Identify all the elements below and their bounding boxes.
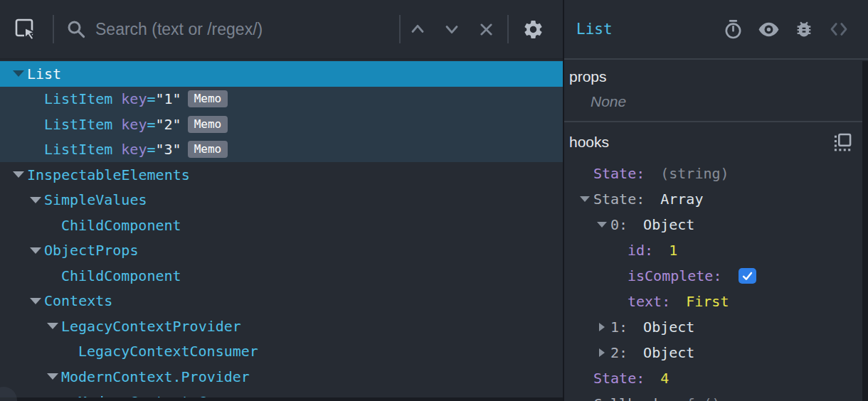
component-name: ChildComponent bbox=[61, 267, 181, 284]
tree-row-listitem[interactable]: ListItemkey="3"Memo bbox=[0, 137, 563, 163]
parse-hook-names-icon bbox=[832, 132, 852, 152]
selected-element-pane: List bbox=[564, 0, 868, 401]
expand-arrow-down-icon[interactable] bbox=[30, 197, 41, 203]
tree-row-simplevalues[interactable]: SimpleValues bbox=[0, 188, 563, 213]
expand-arrow-down-icon[interactable] bbox=[580, 196, 590, 202]
key-attribute-name: key bbox=[121, 90, 147, 107]
hook-value: f () bbox=[686, 395, 720, 401]
hooks-tree: State:(string)State:Array0:Objectid:1isC… bbox=[564, 161, 868, 401]
expand-arrow-down-icon[interactable] bbox=[30, 298, 41, 304]
component-name: List bbox=[27, 65, 61, 82]
check-icon bbox=[741, 271, 753, 282]
hook-name: isComplete: bbox=[628, 267, 721, 284]
hook-row-1[interactable]: 1:Object bbox=[564, 314, 868, 340]
key-attribute-name: key bbox=[121, 141, 147, 158]
component-name: ModernContext.Provider bbox=[61, 368, 250, 385]
search-input[interactable] bbox=[94, 19, 389, 40]
hook-name: State: bbox=[593, 165, 645, 182]
tree-row-objectprops[interactable]: ObjectProps bbox=[0, 238, 563, 264]
key-attribute: key="3" bbox=[121, 141, 181, 158]
hook-name: 0: bbox=[610, 216, 628, 233]
hook-row-id[interactable]: id:1 bbox=[564, 237, 868, 263]
components-tree-pane: ListListItemkey="1"MemoListItemkey="2"Me… bbox=[0, 0, 563, 401]
horizontal-scrollbar[interactable] bbox=[0, 397, 563, 401]
hook-value: Array bbox=[660, 191, 703, 208]
hook-row-iscomplete[interactable]: isComplete: bbox=[564, 263, 868, 289]
tree-row-inspectableelements[interactable]: InspectableElements bbox=[0, 162, 563, 188]
tree-row-childcomponent[interactable]: ChildComponent bbox=[0, 263, 563, 289]
expand-arrow-down-icon[interactable] bbox=[47, 323, 58, 329]
hook-name: State: bbox=[593, 191, 645, 208]
component-name: ListItem bbox=[44, 90, 112, 107]
view-source-button[interactable] bbox=[828, 18, 850, 40]
tree-toolbar bbox=[0, 0, 563, 60]
hook-row-state[interactable]: State:(string) bbox=[564, 161, 868, 186]
hook-row-state[interactable]: State:4 bbox=[564, 365, 868, 391]
hook-name: text: bbox=[628, 293, 670, 310]
toolbar-divider bbox=[53, 15, 54, 43]
tree-row-listitem[interactable]: ListItemkey="2"Memo bbox=[0, 112, 563, 137]
component-name: ObjectProps bbox=[44, 242, 138, 259]
next-result-button[interactable] bbox=[435, 14, 469, 45]
component-name: Contexts bbox=[44, 292, 112, 309]
tree-row-listitem[interactable]: ListItemkey="1"Memo bbox=[0, 87, 563, 112]
eye-icon bbox=[758, 18, 780, 41]
equals-sign: = bbox=[147, 116, 155, 133]
inspect-element-button[interactable] bbox=[10, 14, 41, 45]
tree-row-legacycontextprovider[interactable]: LegacyContextProvider bbox=[0, 314, 563, 339]
clear-search-button[interactable] bbox=[469, 14, 503, 45]
expand-arrow-down-icon[interactable] bbox=[13, 171, 24, 178]
hook-name: id: bbox=[628, 242, 653, 259]
tree-row-contexts[interactable]: Contexts bbox=[0, 289, 563, 314]
hook-value: (string) bbox=[660, 165, 729, 182]
previous-result-button[interactable] bbox=[401, 14, 435, 45]
detail-header-icons bbox=[723, 18, 850, 41]
key-attribute-name: key bbox=[121, 116, 147, 133]
hook-row-text[interactable]: text:First bbox=[564, 289, 868, 314]
equals-sign: = bbox=[147, 90, 155, 107]
tree-row-moderncontext-provider[interactable]: ModernContext.Provider bbox=[0, 364, 563, 390]
expand-arrow-right-icon[interactable] bbox=[599, 323, 605, 331]
settings-button[interactable] bbox=[516, 14, 550, 45]
hook-value: Object bbox=[643, 344, 694, 361]
boolean-checkbox[interactable] bbox=[739, 268, 756, 284]
hook-name: Callback: bbox=[593, 395, 670, 401]
hook-value[interactable]: 1 bbox=[669, 242, 677, 259]
expand-arrow-down-icon[interactable] bbox=[30, 247, 41, 254]
hook-value[interactable]: First bbox=[686, 293, 729, 310]
tree-row-legacycontextconsumer[interactable]: LegacyContextConsumer bbox=[0, 339, 563, 365]
hooks-section: hooks State:(string)State:Array0:Ob bbox=[564, 122, 868, 152]
hook-value[interactable]: 4 bbox=[660, 370, 669, 387]
key-attribute: key="1" bbox=[121, 90, 181, 107]
selected-element-header: List bbox=[564, 0, 868, 60]
tree-row-list[interactable]: List bbox=[0, 61, 563, 87]
expand-arrow-down-icon[interactable] bbox=[597, 222, 607, 228]
expand-arrow-down-icon[interactable] bbox=[47, 373, 58, 380]
hook-row-2[interactable]: 2:Object bbox=[564, 340, 868, 365]
hook-row-state[interactable]: State:Array bbox=[564, 186, 868, 212]
equals-sign: = bbox=[147, 141, 155, 158]
props-section: props None bbox=[564, 60, 868, 122]
hook-row-callback[interactable]: Callback:f () bbox=[564, 391, 868, 401]
component-name: ListItem bbox=[44, 141, 112, 158]
key-attribute: key="2" bbox=[121, 116, 181, 133]
gear-icon bbox=[522, 18, 544, 41]
component-name: ChildComponent bbox=[61, 217, 181, 234]
parse-hook-names-button[interactable] bbox=[832, 132, 852, 152]
component-name: SimpleValues bbox=[44, 191, 147, 208]
inspect-element-icon bbox=[14, 18, 37, 41]
tree-row-childcomponent[interactable]: ChildComponent bbox=[0, 213, 563, 238]
component-name: InspectableElements bbox=[27, 166, 190, 183]
expand-arrow-down-icon[interactable] bbox=[13, 70, 24, 77]
key-attribute-value: "1" bbox=[156, 90, 181, 107]
chevron-up-icon bbox=[408, 19, 428, 39]
hook-value: Object bbox=[643, 216, 694, 233]
expand-arrow-right-icon[interactable] bbox=[599, 348, 605, 357]
log-to-console-button[interactable] bbox=[794, 19, 814, 39]
vertical-scrollbar[interactable] bbox=[862, 61, 868, 401]
memo-badge: Memo bbox=[188, 116, 228, 133]
bug-icon bbox=[794, 19, 814, 39]
inspect-dom-button[interactable] bbox=[758, 18, 780, 41]
hook-row-0[interactable]: 0:Object bbox=[564, 212, 868, 237]
suspense-toggle-button[interactable] bbox=[723, 19, 743, 40]
